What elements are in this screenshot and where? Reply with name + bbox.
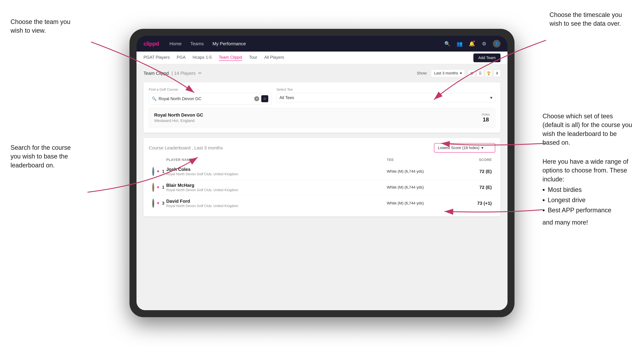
grid-view-btn[interactable]: ⊞ — [468, 70, 475, 77]
team-name: Team Clippd — [144, 71, 169, 76]
player-avatar-1 — [152, 167, 154, 176]
show-label: Show: — [417, 71, 428, 75]
holes-label: Holes — [482, 113, 490, 116]
bell-icon[interactable]: 🔔 — [468, 40, 475, 47]
col-tee: TEE — [387, 158, 457, 162]
player-name-3: David Ford — [166, 198, 387, 204]
holes-number: 18 — [482, 116, 490, 123]
score-type-value: Lowest Score (18 holes) — [438, 146, 479, 150]
show-period-value: Last 3 months — [434, 71, 458, 75]
main-content: Team Clippd | 14 Players ✏ Show: Last 3 … — [136, 64, 508, 310]
heart-icon-2[interactable]: ♥ — [157, 185, 159, 190]
users-icon[interactable]: 👥 — [456, 40, 463, 47]
find-course-group: Find a Golf Course 🔍 ✕ ☆ — [149, 88, 271, 105]
find-course-label: Find a Golf Course — [149, 88, 271, 92]
player-count: | 14 Players — [172, 71, 196, 76]
nav-home[interactable]: Home — [170, 41, 182, 46]
leaderboard-table: PLAYER NAME TEE SCORE ♥ 1 — [149, 156, 495, 211]
course-info: Royal North Devon GC Westward Ho!, Engla… — [154, 112, 203, 123]
table-header: PLAYER NAME TEE SCORE — [149, 156, 495, 164]
course-search-wrapper: 🔍 ✕ ☆ — [149, 93, 271, 105]
subnav-tour[interactable]: Tour — [249, 55, 257, 61]
table-row: ♥ 1 Josh Coles Royal North Devon Golf Cl… — [149, 164, 495, 179]
subnav-pga[interactable]: PGA — [177, 55, 186, 61]
dropdown-arrow: ▾ — [460, 71, 462, 75]
subnav-team-clippd[interactable]: Team Clippd — [219, 55, 242, 61]
col-score: SCORE — [457, 158, 492, 162]
download-btn[interactable]: ⬇ — [494, 70, 500, 77]
search-clear-button[interactable]: ✕ — [254, 96, 259, 101]
table-row: ♥ 1 Blair McHarg Royal North Devon Golf … — [149, 179, 495, 195]
option-app: Best APP performance — [548, 206, 634, 215]
leaderboard-title: Course Leaderboard , Last 3 months — [149, 145, 223, 151]
search-icon[interactable]: 🔍 — [444, 40, 451, 47]
search-row: Find a Golf Course 🔍 ✕ ☆ Select Tee All … — [149, 88, 495, 105]
holes-badge: Holes 18 — [482, 113, 490, 123]
subnav-links: PGAT Players PGA Hcaps 1-5 Team Clippd T… — [144, 55, 473, 61]
trophy-view-btn[interactable]: 🏆 — [485, 70, 492, 77]
player-rank-1: ♥ 1 — [152, 167, 166, 176]
player-avatar-2 — [152, 183, 154, 192]
tee-info-1: White (M) (6,744 yds) — [387, 169, 457, 174]
score-2: 72 (E) — [457, 185, 492, 190]
subnav-pgat[interactable]: PGAT Players — [144, 55, 170, 61]
course-result-location: Westward Ho!, England — [154, 119, 203, 123]
subnav: PGAT Players PGA Hcaps 1-5 Team Clippd T… — [136, 51, 508, 64]
nav-icons: 🔍 👥 🔔 ⚙ 👤 — [444, 40, 500, 47]
tee-info-2: White (M) (6,744 yds) — [387, 185, 457, 190]
col-player: PLAYER NAME — [166, 158, 387, 162]
favorite-button[interactable]: ☆ — [261, 95, 268, 102]
subnav-all-players[interactable]: All Players — [264, 55, 284, 61]
player-club-3: Royal North Devon Golf Club, United King… — [166, 204, 387, 208]
brand-logo: clippd — [144, 40, 159, 47]
search-icon-input: 🔍 — [152, 96, 156, 101]
tee-value: All Tees — [280, 95, 294, 100]
show-period-dropdown[interactable]: Last 3 months ▾ — [431, 69, 465, 77]
annotation-top-left: Choose the team you wish to view. — [10, 17, 77, 35]
option-drive: Longest drive — [548, 196, 634, 204]
subnav-hcaps[interactable]: Hcaps 1-5 — [193, 55, 212, 61]
player-rank-2: ♥ 1 — [152, 183, 166, 192]
score-1: 72 (E) — [457, 169, 492, 174]
select-tee-group: Select Tee All Tees ▾ — [276, 88, 495, 102]
player-info-1: Josh Coles Royal North Devon Golf Club, … — [166, 167, 387, 176]
score-3: 73 (+1) — [457, 201, 492, 206]
settings-icon[interactable]: ⚙ — [480, 40, 488, 47]
score-type-dropdown[interactable]: Lowest Score (18 holes) ▾ — [434, 143, 495, 153]
course-search-card: Find a Golf Course 🔍 ✕ ☆ Select Tee All … — [144, 82, 500, 133]
course-result-name: Royal North Devon GC — [154, 112, 203, 118]
heart-icon-3[interactable]: ♥ — [157, 201, 159, 205]
leaderboard-card: Course Leaderboard , Last 3 months Lowes… — [144, 138, 500, 216]
user-avatar[interactable]: 👤 — [493, 40, 500, 47]
list-view-btn[interactable]: ☰ — [477, 70, 484, 77]
score-type-arrow: ▾ — [482, 146, 483, 150]
heart-icon-1[interactable]: ♥ — [157, 169, 159, 174]
team-controls: Show: Last 3 months ▾ ⊞ ☰ 🏆 ⬇ — [417, 69, 500, 77]
player-info-3: David Ford Royal North Devon Golf Club, … — [166, 198, 387, 208]
rank-2: 1 — [162, 185, 166, 190]
table-row: ♥ 3 David Ford Royal North Devon Golf Cl… — [149, 195, 495, 211]
nav-teams[interactable]: Teams — [190, 41, 204, 46]
nav-my-performance[interactable]: My Performance — [212, 41, 246, 46]
tee-dropdown-arrow: ▾ — [490, 95, 492, 100]
leaderboard-header: Course Leaderboard , Last 3 months Lowes… — [149, 143, 495, 153]
col-rank — [152, 158, 166, 162]
select-tee-label: Select Tee — [276, 88, 495, 92]
annotation-bottom-left: Search for the course you wish to base t… — [10, 143, 77, 170]
tee-dropdown[interactable]: All Tees ▾ — [276, 93, 495, 102]
tablet-device: clippd Home Teams My Performance 🔍 👥 🔔 ⚙… — [130, 29, 514, 317]
player-name-1: Josh Coles — [166, 167, 387, 172]
rank-1: 1 — [162, 169, 166, 174]
tee-info-3: White (M) (6,744 yds) — [387, 201, 457, 205]
course-search-input[interactable] — [158, 96, 252, 101]
add-team-button[interactable]: Add Team — [473, 53, 500, 62]
nav-links: Home Teams My Performance — [170, 41, 444, 46]
rank-3: 3 — [162, 201, 166, 206]
navbar: clippd Home Teams My Performance 🔍 👥 🔔 ⚙… — [136, 36, 508, 51]
view-icons: ⊞ ☰ 🏆 ⬇ — [468, 70, 500, 77]
player-name-2: Blair McHarg — [166, 183, 387, 188]
team-header: Team Clippd | 14 Players ✏ Show: Last 3 … — [144, 69, 500, 77]
edit-team-icon[interactable]: ✏ — [198, 71, 202, 76]
and-more-text: and many more! — [542, 218, 634, 227]
player-club-1: Royal North Devon Golf Club, United King… — [166, 172, 387, 176]
